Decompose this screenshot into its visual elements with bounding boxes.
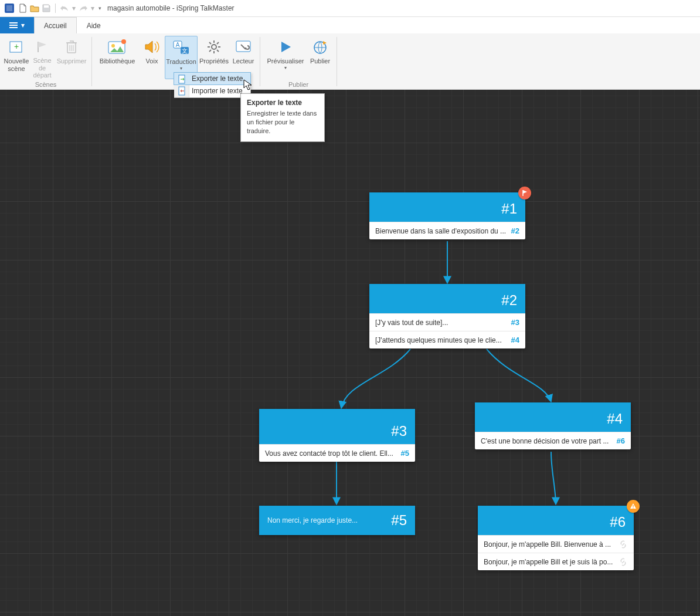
svg-rect-3 (9, 27, 18, 28)
link-icon (619, 540, 628, 549)
dd-import-text[interactable]: Importer le texte (174, 84, 250, 97)
redo-icon[interactable] (78, 3, 89, 13)
cursor-icon (243, 79, 253, 91)
scene-header: Non merci, je regarde juste... #5 (259, 506, 415, 535)
scene-option[interactable]: [J'y vais tout de suite]... #3 (369, 313, 525, 331)
start-scene-button[interactable]: Scène de départ (29, 36, 55, 79)
import-icon (177, 86, 186, 96)
scene-option-text: Vous avez contacté trop tôt le client. E… (265, 449, 396, 458)
ribbon-group-publish: Prévisualiser ▾ Publier Publier (260, 33, 337, 89)
voice-button[interactable]: Voix (139, 36, 165, 79)
tooltip: Exporter le texte Enregistrer le texte d… (240, 93, 325, 142)
new-scene-button[interactable]: + Nouvelle scène (4, 36, 29, 79)
scene-option-text: [J'y vais tout de suite]... (375, 319, 507, 327)
quick-access-toolbar: ▾ ▾ ▾ (18, 3, 103, 13)
svg-point-14 (212, 45, 216, 49)
tab-aide-label: Aide (87, 22, 101, 30)
tab-accueil-label: Accueil (44, 22, 67, 30)
scene-header: #4 (475, 402, 631, 432)
scene-option-text: [J'attends quelques minutes que le clie.… (375, 336, 507, 344)
new-scene-icon: + (6, 38, 26, 56)
scene-card-6[interactable]: #6 Bonjour, je m'appelle Bill. Bienvenue… (478, 506, 634, 570)
open-icon[interactable] (29, 3, 40, 13)
wrench-icon (233, 38, 253, 56)
scene-option-target: #2 (511, 226, 519, 235)
scene-card-3[interactable]: #3 Vous avez contacté trop tôt le client… (259, 409, 415, 462)
scene-card-1[interactable]: #1 Bienvenue dans la salle d'exposition … (369, 192, 525, 239)
scene-option[interactable]: Vous avez contacté trop tôt le client. E… (259, 444, 415, 462)
scene-card-4[interactable]: #4 C'est une bonne décision de votre par… (475, 402, 631, 449)
scene-inline-text: Non merci, je regarde juste... (267, 516, 358, 524)
delete-label: Supprimer (57, 57, 87, 65)
scene-number: #1 (501, 201, 517, 217)
window-title: magasin automobile - iSpring TalkMaster (107, 4, 235, 12)
chevron-down-icon: ▾ (180, 66, 182, 71)
group-scenes-label: Scènes (35, 81, 57, 88)
dd-export-label: Exporter le texte (192, 75, 243, 83)
library-label: Bibliothèque (100, 57, 135, 65)
library-button[interactable]: Bibliothèque (96, 36, 139, 79)
scene-header: #2 (369, 284, 525, 313)
properties-label: Propriétés (199, 57, 229, 65)
group-publish-label: Publier (288, 81, 308, 88)
gear-icon (204, 38, 224, 56)
scene-option-text: Bonjour, je m'appelle Bill. Bienvenue à … (484, 540, 614, 549)
flag-icon (32, 38, 52, 55)
svg-text:+: + (14, 42, 19, 51)
publish-button[interactable]: Publier (307, 36, 333, 79)
scene-option-target: #3 (511, 318, 519, 327)
tab-accueil[interactable]: Accueil (34, 17, 77, 33)
scene-option[interactable]: C'est une bonne décision de votre part .… (475, 432, 631, 449)
scene-card-2[interactable]: #2 [J'y vais tout de suite]... #3 [J'att… (369, 284, 525, 348)
svg-rect-19 (633, 505, 633, 507)
voice-label: Voix (146, 57, 158, 65)
file-tab[interactable]: ▾ (0, 17, 34, 33)
qat-separator (55, 4, 56, 13)
publish-label: Publier (310, 57, 330, 65)
undo-dropdown-icon[interactable]: ▾ (71, 3, 77, 13)
file-tab-arrow: ▾ (21, 21, 25, 29)
scene-number: #2 (501, 292, 517, 309)
qat-customize-icon[interactable]: ▾ (97, 3, 103, 13)
scene-option[interactable]: Bonjour, je m'appelle Bill. Bienvenue à … (478, 535, 634, 553)
svg-rect-0 (44, 5, 49, 8)
trash-icon (62, 38, 81, 56)
dd-export-text[interactable]: Exporter le texte (174, 72, 251, 85)
scene-option-target: #6 (617, 436, 625, 445)
scene-option-text: Bonjour, je m'appelle Bill et je suis là… (484, 558, 614, 566)
scene-option[interactable]: Bienvenue dans la salle d'exposition du … (369, 222, 525, 239)
scene-option[interactable]: Bonjour, je m'appelle Bill et je suis là… (478, 553, 634, 570)
svg-text:A: A (176, 42, 180, 48)
menu-icon (9, 22, 18, 29)
scene-option-target: #5 (401, 449, 409, 458)
preview-button[interactable]: Prévisualiser ▾ (264, 36, 307, 79)
delete-button[interactable]: Supprimer (55, 36, 88, 79)
app-icon (5, 4, 14, 13)
tooltip-body: Enregistrer le texte dans un fichier pou… (247, 109, 318, 136)
scene-card-5[interactable]: Non merci, je regarde juste... #5 (259, 506, 415, 535)
scene-header: #3 (259, 409, 415, 444)
new-doc-icon[interactable] (18, 3, 28, 13)
preview-label: Prévisualiser (267, 57, 304, 65)
svg-rect-2 (9, 25, 18, 26)
save-icon[interactable] (41, 3, 52, 13)
start-scene-label: Scène de départ (29, 57, 55, 79)
scene-number: #3 (391, 423, 407, 439)
chevron-down-icon: ▾ (284, 65, 287, 70)
export-icon (177, 75, 186, 84)
player-label: Lecteur (233, 57, 254, 65)
tooltip-title: Exporter le texte (247, 99, 318, 107)
tab-aide[interactable]: Aide (77, 17, 111, 33)
scene-number: #5 (391, 512, 407, 529)
canvas[interactable]: #1 Bienvenue dans la salle d'exposition … (0, 90, 700, 616)
translate-icon: A文 (171, 39, 191, 56)
svg-text:文: 文 (182, 48, 188, 54)
undo-icon[interactable] (59, 3, 70, 13)
link-icon (619, 557, 628, 567)
new-scene-label: Nouvelle scène (4, 57, 29, 72)
ribbon-group-scenes: + Nouvelle scène Scène de départ Supprim… (0, 33, 91, 89)
play-icon (276, 38, 295, 56)
scene-option-text: Bienvenue dans la salle d'exposition du … (375, 227, 507, 235)
redo-dropdown-icon[interactable]: ▾ (90, 3, 96, 13)
scene-option[interactable]: [J'attends quelques minutes que le clie.… (369, 331, 525, 348)
